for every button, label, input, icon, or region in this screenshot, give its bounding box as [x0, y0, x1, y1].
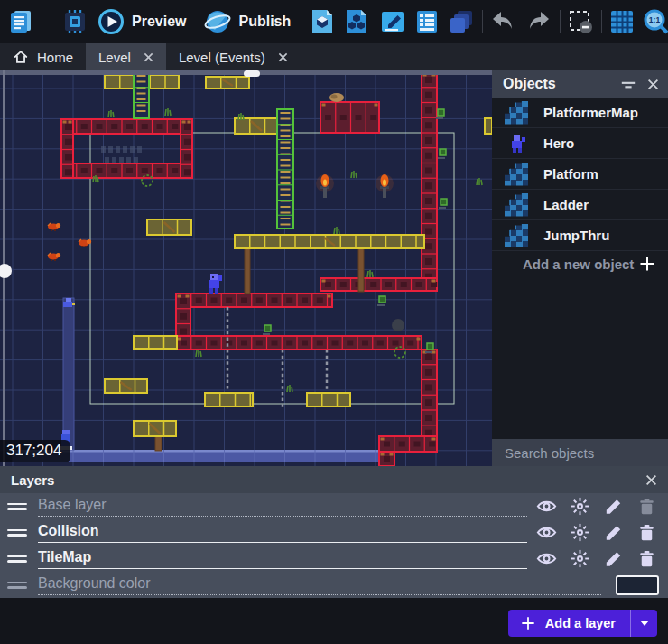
- add-layer-dropdown-button[interactable]: [631, 610, 657, 637]
- project-manager-icon[interactable]: [7, 8, 34, 35]
- main-toolbar: Preview Publish 1:1: [0, 0, 668, 43]
- layers-stack-icon[interactable]: [448, 8, 475, 35]
- search-objects-bar: [492, 439, 668, 466]
- svg-text:1:1: 1:1: [649, 15, 661, 24]
- effects-icon[interactable]: [570, 522, 590, 543]
- chevron-down-icon: [640, 621, 649, 626]
- layers-panel-header: Layers: [0, 466, 668, 493]
- edit-pencil-icon[interactable]: [603, 522, 624, 543]
- object-item-platformermap[interactable]: PlatformerMap: [492, 98, 668, 128]
- events-list-icon[interactable]: [413, 8, 441, 35]
- plus-icon: [521, 616, 535, 630]
- drag-handle-icon[interactable]: [7, 500, 27, 513]
- object-item-ladder[interactable]: Ladder: [492, 190, 668, 220]
- delete-trash-icon[interactable]: [636, 522, 657, 543]
- hero-thumbnail-icon: [505, 132, 528, 155]
- grid-icon[interactable]: [608, 8, 636, 35]
- objects-panel-empty-space: [492, 276, 668, 439]
- object-item-label: Ladder: [543, 197, 589, 212]
- tab-home-label: Home: [37, 50, 73, 65]
- undo-icon[interactable]: [489, 8, 516, 35]
- layers-panel-title: Layers: [11, 472, 645, 488]
- cursor-coordinates: 317;204: [0, 440, 70, 462]
- object-item-jumpthru[interactable]: JumpThru: [492, 220, 668, 251]
- add-layer-button[interactable]: Add a layer: [508, 610, 657, 637]
- publish-label[interactable]: Publish: [238, 14, 291, 30]
- home-icon: [13, 49, 29, 65]
- tab-home[interactable]: Home: [0, 43, 86, 70]
- layer-name[interactable]: Base layer: [38, 497, 107, 512]
- objects-group-icon[interactable]: [343, 8, 370, 35]
- effects-icon[interactable]: [570, 496, 590, 517]
- effects-icon[interactable]: [570, 548, 590, 569]
- jumpthru-thumbnail-icon: [505, 224, 528, 247]
- close-icon[interactable]: [647, 79, 659, 90]
- layer-row-collision: Collision: [0, 519, 668, 546]
- delete-trash-icon[interactable]: [636, 496, 657, 517]
- layer-row-tilemap: TileMap: [0, 546, 668, 572]
- level-map[interactable]: [0, 70, 492, 466]
- close-icon[interactable]: [278, 52, 288, 62]
- filter-icon[interactable]: [620, 76, 636, 92]
- add-new-object-label: Add a new object: [523, 257, 639, 272]
- add-object-icon[interactable]: [309, 8, 336, 35]
- objects-panel-header: Objects: [492, 70, 668, 98]
- redo-icon[interactable]: [525, 8, 552, 35]
- layer-name[interactable]: TileMap: [38, 549, 91, 565]
- edit-pencil-icon[interactable]: [603, 548, 624, 569]
- visibility-eye-icon[interactable]: [536, 496, 557, 517]
- bottom-bar: Add a layer: [0, 598, 668, 644]
- preview-icon[interactable]: [97, 8, 125, 35]
- visibility-eye-icon[interactable]: [536, 548, 557, 569]
- layer-name[interactable]: Background color: [38, 575, 151, 591]
- background-color-swatch[interactable]: [616, 575, 659, 595]
- toolbar-separator: [560, 10, 561, 33]
- tab-level-events[interactable]: Level (Events): [166, 43, 301, 70]
- edit-pencil-icon[interactable]: [603, 496, 624, 517]
- publish-icon[interactable]: [204, 8, 231, 35]
- preview-label[interactable]: Preview: [132, 14, 186, 30]
- tab-level[interactable]: Level: [86, 43, 166, 70]
- tab-level-events-label: Level (Events): [179, 50, 265, 65]
- tab-bar: Home Level Level (Events): [0, 43, 668, 70]
- object-item-label: JumpThru: [543, 228, 609, 243]
- toolbar-separator: [601, 10, 602, 33]
- platform-thumbnail-icon: [505, 163, 528, 186]
- close-icon[interactable]: [645, 474, 657, 486]
- objects-panel: Objects PlatformerMap Hero Platform Ladd…: [492, 70, 668, 466]
- close-icon[interactable]: [144, 52, 153, 62]
- delete-trash-icon[interactable]: [636, 548, 657, 569]
- search-objects-input[interactable]: [503, 444, 668, 462]
- drag-handle-icon[interactable]: [7, 579, 27, 592]
- deselect-icon[interactable]: [567, 8, 594, 35]
- layer-name[interactable]: Collision: [38, 523, 99, 538]
- zoom-one-to-one-icon[interactable]: 1:1: [643, 8, 668, 35]
- object-item-platform[interactable]: Platform: [492, 159, 668, 190]
- plus-icon: [639, 256, 655, 272]
- layers-panel: Layers Base layer Collision TileMap: [0, 466, 668, 598]
- visibility-eye-icon[interactable]: [536, 522, 557, 543]
- layer-row-background-color: Background color: [0, 572, 668, 598]
- edit-scene-icon[interactable]: [379, 8, 406, 35]
- toolbar-separator: [482, 10, 483, 33]
- add-layer-label: Add a layer: [545, 616, 616, 630]
- object-item-label: Hero: [543, 135, 574, 151]
- layer-row-base-layer: Base layer: [0, 493, 668, 519]
- drag-handle-icon[interactable]: [7, 527, 27, 539]
- debugger-icon[interactable]: [61, 8, 88, 35]
- object-item-hero[interactable]: Hero: [492, 128, 668, 159]
- drag-handle-icon[interactable]: [7, 553, 27, 565]
- objects-panel-title: Objects: [503, 76, 609, 92]
- scene-editor-canvas[interactable]: 317;204: [0, 70, 492, 466]
- object-item-label: PlatformerMap: [543, 105, 638, 120]
- tilemap-thumbnail-icon: [505, 101, 528, 125]
- tab-level-label: Level: [98, 50, 131, 65]
- add-new-object-button[interactable]: Add a new object: [492, 251, 668, 276]
- ladder-thumbnail-icon: [505, 193, 528, 217]
- object-item-label: Platform: [543, 166, 598, 182]
